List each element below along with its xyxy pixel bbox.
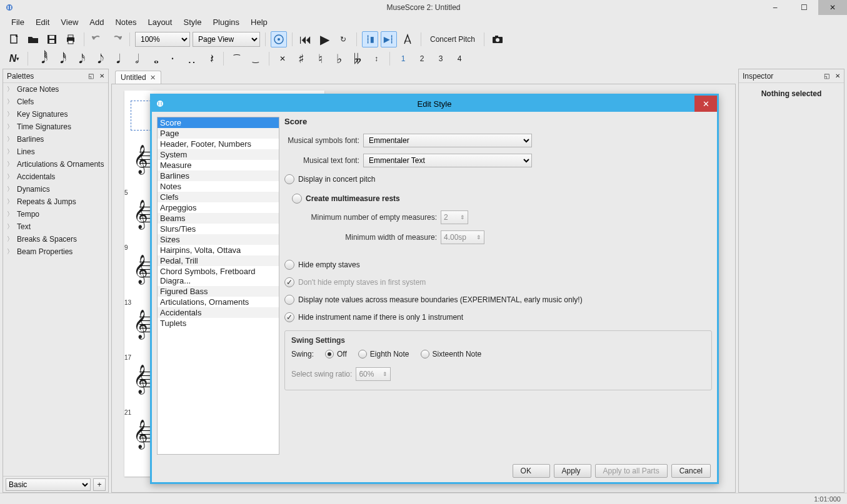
hide-empty-checkbox[interactable]: Hide empty staves [284, 260, 712, 270]
duration-whole[interactable]: 𝅝 [146, 51, 162, 67]
swing-eighth-radio[interactable]: Eighth Note [358, 350, 409, 358]
palette-item[interactable]: 〉Time Signatures [3, 121, 108, 133]
count-in-button[interactable] [399, 31, 416, 47]
palette-item[interactable]: 〉Breaks & Spacers [3, 233, 108, 245]
concert-pitch-button[interactable]: Concert Pitch [426, 31, 479, 47]
swing-sixteenth-radio[interactable]: Sixteenth Note [421, 350, 482, 358]
palettes-close[interactable]: ✕ [97, 71, 107, 81]
voice-3[interactable]: 3 [433, 51, 449, 67]
style-category-item[interactable]: Figured Bass [158, 286, 279, 297]
play-button[interactable]: ▶ [316, 31, 333, 47]
print-button[interactable] [63, 31, 79, 47]
dialog-title-bar[interactable]: Edit Style ✕ [152, 96, 717, 112]
loop-in-button[interactable]: ┆▮ [362, 31, 378, 47]
ok-button[interactable]: OK [513, 464, 550, 478]
swing-off-radio[interactable]: Off [325, 350, 347, 358]
style-category-item[interactable]: Tuplets [158, 318, 279, 329]
rest-button[interactable]: 𝄽 [202, 51, 218, 67]
note-input-button[interactable]: N▾ [6, 51, 23, 67]
style-category-item[interactable]: Slurs/Ties [158, 224, 279, 234]
menu-layout[interactable]: Layout [143, 16, 177, 28]
palette-add-button[interactable]: + [93, 478, 106, 491]
menu-file[interactable]: File [6, 16, 29, 28]
musical-text-select[interactable]: Emmentaler Text [363, 154, 532, 167]
style-category-item[interactable]: Score [158, 117, 279, 128]
duration-quarter[interactable]: 𝅘𝅥 [108, 51, 124, 67]
marcato-button[interactable]: ✕ [274, 51, 291, 67]
tie-button[interactable]: ⁀ [229, 51, 245, 67]
palette-item[interactable]: 〉Text [3, 220, 108, 233]
cancel-button[interactable]: Cancel [671, 464, 711, 478]
menu-notes[interactable]: Notes [110, 16, 141, 28]
style-category-item[interactable]: Chord Symbols, Fretboard Diagra... [158, 266, 279, 286]
palette-item[interactable]: 〉Barlines [3, 133, 108, 146]
style-category-item[interactable]: Notes [158, 181, 279, 192]
style-category-item[interactable]: Arpeggios [158, 202, 279, 213]
style-category-item[interactable]: Accidentals [158, 307, 279, 318]
style-category-item[interactable]: Sizes [158, 234, 279, 245]
slur-button[interactable]: ‿ [248, 51, 264, 67]
undo-button[interactable] [89, 31, 106, 47]
flat-button[interactable]: ♭ [331, 51, 347, 67]
min-width-spinner[interactable]: 4.00sp⇕ [441, 230, 484, 244]
palette-item[interactable]: 〉Key Signatures [3, 108, 108, 121]
redo-button[interactable] [108, 31, 124, 47]
save-button[interactable] [44, 31, 60, 47]
double-dot[interactable]: ‥ [183, 51, 199, 67]
style-category-item[interactable]: Hairpins, Volta, Ottava [158, 245, 279, 255]
zoom-select[interactable]: 100% [135, 32, 190, 47]
palette-item[interactable]: 〉Dynamics [3, 183, 108, 195]
style-category-item[interactable]: Articulations, Ornaments [158, 297, 279, 307]
apply-button[interactable]: Apply [554, 464, 591, 478]
min-empty-spinner[interactable]: 2⇕ [441, 210, 468, 224]
hide-instrument-checkbox[interactable]: Hide instrument name if there is only 1 … [284, 312, 712, 322]
augmentation-dot[interactable]: · [164, 51, 181, 67]
style-category-item[interactable]: Measure [158, 160, 279, 170]
close-button[interactable]: ✕ [818, 0, 847, 15]
style-category-list[interactable]: ScorePageHeader, Footer, NumbersSystemMe… [157, 117, 279, 455]
palette-item[interactable]: 〉Clefs [3, 96, 108, 108]
palette-item[interactable]: 〉Tempo [3, 208, 108, 220]
musical-symbols-select[interactable]: Emmentaler [363, 134, 532, 147]
style-category-item[interactable]: Clefs [158, 192, 279, 202]
menu-view[interactable]: View [56, 16, 83, 28]
style-category-item[interactable]: Pedal, Trill [158, 255, 279, 266]
flip-button[interactable]: ↕ [368, 51, 384, 67]
natural-button[interactable]: ♮ [312, 51, 328, 67]
open-button[interactable] [25, 31, 41, 47]
metronome-button[interactable] [271, 31, 287, 47]
duration-64th[interactable]: 𝅘𝅥𝅱 [33, 51, 49, 67]
duration-8th[interactable]: 𝅘𝅥𝅮 [89, 51, 106, 67]
inspector-undock[interactable]: ◱ [821, 71, 831, 81]
duration-16th[interactable]: 𝅘𝅥𝅯 [71, 51, 87, 67]
rewind-button[interactable]: ⏮ [298, 31, 314, 47]
palettes-undock[interactable]: ◱ [86, 71, 96, 81]
maximize-button[interactable]: ☐ [789, 0, 818, 15]
palette-item[interactable]: 〉Beam Properties [3, 245, 108, 258]
mmrest-checkbox[interactable]: Create multimeasure rests [292, 194, 712, 204]
menu-plugins[interactable]: Plugins [208, 16, 244, 28]
minimize-button[interactable]: – [761, 0, 789, 15]
duration-32nd[interactable]: 𝅘𝅥𝅰 [52, 51, 68, 67]
view-mode-select[interactable]: Page View [193, 32, 260, 47]
new-score-button[interactable] [6, 31, 23, 47]
menu-edit[interactable]: Edit [31, 16, 54, 28]
voice-2[interactable]: 2 [414, 51, 430, 67]
palette-item[interactable]: 〉Accidentals [3, 170, 108, 183]
palette-item[interactable]: 〉Lines [3, 146, 108, 158]
tab-close-icon[interactable]: ✕ [150, 74, 156, 82]
palette-item[interactable]: 〉Articulations & Ornaments [3, 158, 108, 170]
menu-add[interactable]: Add [84, 16, 109, 28]
concert-pitch-checkbox[interactable]: Display in concert pitch [284, 174, 712, 184]
inspector-close[interactable]: ✕ [833, 71, 843, 81]
palette-item[interactable]: 〉Repeats & Jumps [3, 195, 108, 208]
screenshot-button[interactable] [489, 31, 506, 47]
style-category-item[interactable]: Page [158, 128, 279, 139]
palette-preset-select[interactable]: Basic [6, 478, 91, 491]
dialog-close-button[interactable]: ✕ [694, 96, 717, 112]
loop-button[interactable]: ↻ [335, 31, 351, 47]
palette-item[interactable]: 〉Grace Notes [3, 83, 108, 96]
style-category-item[interactable]: Beams [158, 213, 279, 224]
voice-4[interactable]: 4 [451, 51, 468, 67]
style-category-item[interactable]: System [158, 149, 279, 160]
